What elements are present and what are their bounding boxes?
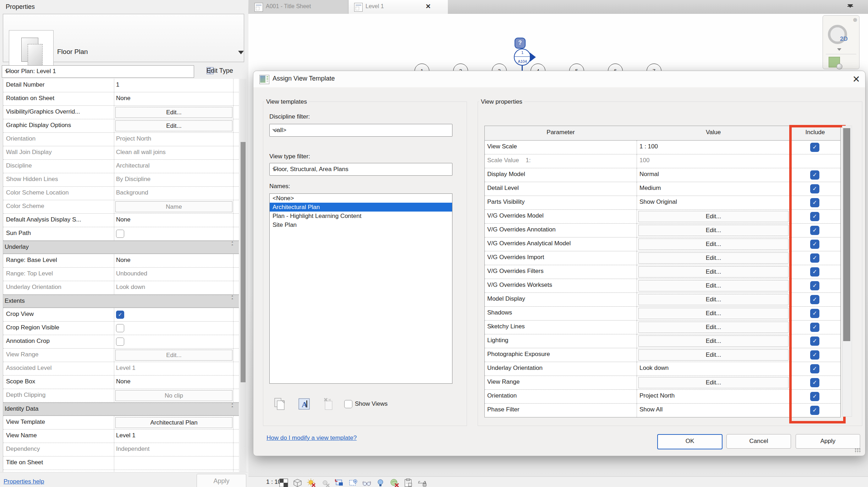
table-row[interactable]: Underlay Orientation Look down Look down… [485, 362, 840, 376]
value-edit-button[interactable]: Edit... [638, 225, 789, 236]
close-icon[interactable]: ⊗ [853, 17, 857, 23]
table-row[interactable]: View Scale 1 : 100 1 : 100 ✓ [485, 141, 840, 154]
property-value[interactable]: None [116, 257, 131, 264]
property-value[interactable]: Clean all wall joins [116, 149, 166, 156]
property-row[interactable]: ⌃⌃ Annotation Crop [3, 335, 239, 349]
table-row[interactable]: Scale Value 1: 100 100 ✓ [485, 154, 840, 168]
property-value[interactable]: Level 1 [116, 432, 136, 439]
properties-apply-button[interactable]: Apply [197, 474, 246, 487]
value-cell[interactable]: Show Original [639, 198, 677, 206]
value-edit-button[interactable]: Edit... [638, 377, 789, 388]
visual-style-icon[interactable] [293, 478, 302, 487]
reveal-hidden-icon[interactable] [376, 478, 385, 487]
table-row[interactable]: Parts Visibility Show Original Show Orig… [485, 196, 840, 210]
value-edit-button[interactable]: Edit... [638, 211, 789, 222]
table-row[interactable]: Orientation Project North Project North … [485, 390, 840, 404]
close-tab-icon[interactable]: ✕ [425, 2, 431, 10]
apply-button[interactable]: Apply [796, 434, 860, 449]
property-row[interactable]: ⌃⌃ Dependency Independent Independent [3, 443, 239, 456]
dialog-titlebar[interactable]: Assign View Template ✕ [253, 71, 865, 87]
value-edit-button[interactable]: Edit... [638, 308, 789, 319]
property-row[interactable]: ⌃⌃ Wall Join Display Clean all wall join… [3, 146, 239, 160]
discipline-filter-select[interactable]: <all> [269, 124, 452, 137]
help-balloon-icon[interactable]: ? [515, 38, 526, 49]
section-header[interactable]: Extents⌃⌃ [3, 295, 239, 308]
property-value[interactable]: Background [116, 189, 148, 196]
property-row[interactable]: ⌃⌃ Discipline Architectural Architectura… [3, 160, 239, 173]
property-value[interactable]: Look down [116, 284, 145, 291]
cancel-button[interactable]: Cancel [726, 434, 791, 449]
navigation-bar[interactable]: ⊗ 2D [823, 15, 859, 69]
type-selector[interactable]: Floor Plan [3, 14, 244, 62]
collapse-icon[interactable]: ⌃⌃ [231, 242, 234, 247]
chevron-down-icon[interactable] [837, 48, 841, 51]
property-row[interactable]: ⌃⌃ Color Scheme Name Name [3, 200, 239, 214]
crop-view-icon[interactable] [334, 478, 344, 487]
value-cell[interactable]: Normal [639, 171, 659, 178]
section-header[interactable]: Underlay⌃⌃ [3, 241, 239, 254]
table-row[interactable]: V/G Overrides Annotation Edit... Edit...… [485, 224, 840, 237]
property-row[interactable]: Identity Data⌃⌃ [3, 403, 239, 416]
property-value[interactable]: None [116, 95, 131, 102]
value-edit-button[interactable]: Edit... [638, 349, 789, 361]
value-cell[interactable]: Look down [639, 365, 669, 372]
value-edit-button[interactable]: Edit... [638, 239, 789, 250]
value-cell[interactable]: Medium [639, 185, 661, 192]
property-row[interactable]: ⌃⌃ Rotation on Sheet None None [3, 92, 239, 106]
template-name-item[interactable]: Architectural Plan [270, 203, 452, 212]
table-scrollbar-thumb[interactable] [843, 128, 850, 341]
property-value[interactable]: Architectural [116, 162, 149, 169]
property-row[interactable]: ⌃⌃ Orientation Project North Project Nor… [3, 133, 239, 146]
property-row[interactable]: ⌃⌃ Range: Base Level None None [3, 254, 239, 268]
template-names-list[interactable]: <None>Architectural PlanPlan - Highlight… [269, 193, 452, 384]
template-name-item[interactable]: <None> [270, 194, 452, 203]
table-row[interactable]: V/G Overrides Model Edit... Edit... ✓ [485, 210, 840, 224]
property-value[interactable]: Level 1 [116, 365, 136, 372]
rename-template-icon[interactable]: A [298, 398, 310, 410]
table-row[interactable]: V/G Overrides Worksets Edit... Edit... ✓ [485, 279, 840, 293]
property-row[interactable]: ⌃⌃ Range: Top Level Unbounded Unbounded [3, 268, 239, 281]
reveal-constraints-icon[interactable] [417, 478, 427, 487]
value-edit-button[interactable]: Edit... [638, 294, 789, 305]
close-icon[interactable]: ✕ [852, 74, 860, 85]
property-row[interactable]: ⌃⌃ View Template Architectural Plan Arch… [3, 416, 239, 429]
property-row[interactable]: ⌃⌃ Visibility/Graphics Overrid... Edit..… [3, 106, 239, 119]
table-row[interactable]: Model Display Edit... Edit... ✓ [485, 293, 840, 307]
value-cell[interactable]: 1 : 100 [639, 143, 658, 150]
chevron-down-icon[interactable] [238, 51, 244, 54]
table-row[interactable]: Lighting Edit... Edit... ✓ [485, 334, 840, 348]
property-value[interactable]: None [116, 378, 131, 385]
column-header-parameter[interactable]: Parameter [485, 129, 637, 136]
tab-level-1[interactable]: Level 1 ✕ [348, 0, 448, 14]
table-row[interactable]: Photographic Exposure Edit... Edit... ✓ [485, 348, 840, 362]
property-row[interactable]: ⌃⌃ Associated Level Level 1 Level 1 [3, 362, 239, 376]
property-row[interactable]: ⌃⌃ Crop View ✓ [3, 308, 239, 322]
property-row[interactable]: ⌃⌃ Depth Clipping No clip No clip [3, 389, 239, 403]
table-row[interactable]: Shadows Edit... Edit... ✓ [485, 307, 840, 321]
property-row[interactable]: ⌃⌃ Color Scheme Location Background Back… [3, 187, 239, 200]
property-row[interactable]: Underlay⌃⌃ [3, 241, 239, 254]
table-scrollbar[interactable] [842, 126, 852, 417]
collapse-icon[interactable]: ⌃⌃ [231, 404, 234, 409]
tab-a001-title-sheet[interactable]: A001 - Title Sheet [249, 0, 348, 14]
value-edit-button[interactable]: Edit... [638, 335, 789, 347]
table-row[interactable]: Display Model Normal Normal ✓ [485, 168, 840, 182]
table-row[interactable]: V/G Overrides Filters Edit... Edit... ✓ [485, 265, 840, 279]
property-row[interactable]: ⌃⌃ View Range Edit... Edit... [3, 349, 239, 362]
property-edit-button[interactable]: Edit... [115, 120, 232, 131]
value-edit-button[interactable]: Edit... [638, 322, 789, 333]
property-edit-button[interactable]: Architectural Plan [115, 417, 232, 428]
value-cell[interactable]: Project North [639, 392, 675, 399]
property-value[interactable]: Project North [116, 135, 151, 142]
property-value[interactable]: Independent [116, 445, 150, 453]
property-checkbox[interactable] [116, 230, 124, 238]
shadows-icon[interactable] [320, 478, 330, 487]
crop-region-icon[interactable] [348, 478, 358, 487]
property-row[interactable]: ⌃⌃ Crop Region Visible [3, 322, 239, 335]
property-row[interactable]: ⌃⌃ Title on Sheet [3, 456, 239, 470]
property-row[interactable]: ⌃⌃ View Name Level 1 Level 1 [3, 429, 239, 443]
table-row[interactable]: V/G Overrides Import Edit... Edit... ✓ [485, 251, 840, 265]
property-checkbox[interactable]: ✓ [116, 311, 124, 319]
properties-help-link[interactable]: Properties help [4, 478, 44, 485]
property-row[interactable]: ⌃⌃ Scope Box None None [3, 376, 239, 389]
